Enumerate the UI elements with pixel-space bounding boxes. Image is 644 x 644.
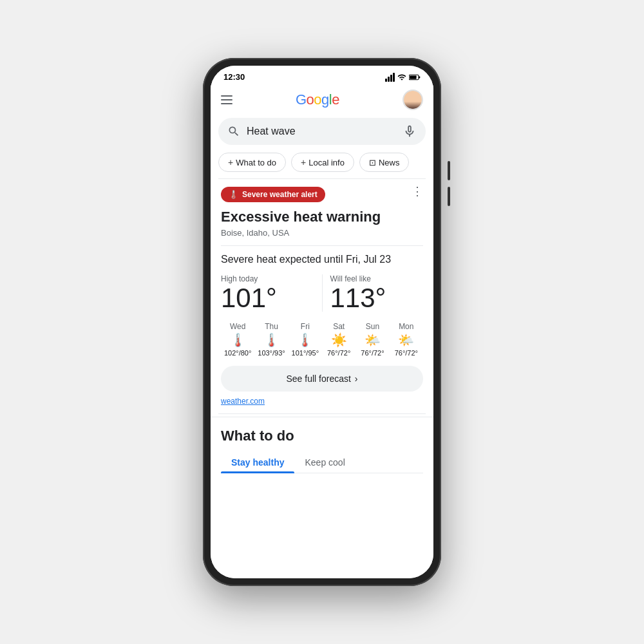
day-temps: 76°/72° bbox=[395, 349, 418, 357]
wifi-icon bbox=[397, 73, 406, 82]
svg-rect-1 bbox=[419, 76, 420, 78]
forecast-day-fri: Fri 🌡️ 101°/95° bbox=[289, 322, 322, 357]
chip-news[interactable]: ⊡ News bbox=[359, 153, 410, 172]
severe-weather-alert-badge: 🌡️ Severe weather alert bbox=[221, 187, 325, 202]
day-icon: 🌤️ bbox=[398, 334, 414, 346]
card-menu-button[interactable]: ⋮ bbox=[412, 185, 423, 197]
day-name: Fri bbox=[301, 322, 310, 331]
day-name: Thu bbox=[265, 322, 278, 331]
chip-plus-icon: + bbox=[228, 157, 233, 167]
chip-label: Local info bbox=[308, 158, 345, 167]
day-temps: 76°/72° bbox=[361, 349, 384, 357]
see-full-forecast-button[interactable]: See full forecast › bbox=[221, 366, 423, 392]
search-icon bbox=[227, 125, 240, 138]
forecast-day-sun: Sun 🌤️ 76°/72° bbox=[355, 322, 389, 357]
warning-location: Boise, Idaho, USA bbox=[221, 228, 423, 238]
filter-chips: + What to do + Local info ⊡ News bbox=[211, 150, 433, 178]
day-icon: 🌡️ bbox=[297, 334, 313, 346]
tab-keep-cool[interactable]: Keep cool bbox=[294, 452, 355, 473]
feels-like-block: Will feel like 113° bbox=[322, 274, 424, 312]
warning-title: Excessive heat warning bbox=[221, 209, 423, 225]
sub-tabs: Stay healthy Keep cool bbox=[221, 452, 423, 473]
chip-local-info[interactable]: + Local info bbox=[291, 153, 354, 172]
status-time: 12:30 bbox=[223, 72, 245, 82]
chip-what-to-do[interactable]: + What to do bbox=[218, 153, 286, 172]
tab-stay-healthy[interactable]: Stay healthy bbox=[221, 452, 294, 473]
day-temps: 101°/95° bbox=[292, 349, 319, 357]
scroll-area[interactable]: Google Heat wave + What bbox=[211, 84, 433, 578]
search-query: Heat wave bbox=[247, 126, 396, 137]
card-divider bbox=[221, 245, 423, 246]
day-name: Sat bbox=[333, 322, 345, 331]
day-icon: ☀️ bbox=[331, 334, 347, 346]
weather-card: 🌡️ Severe weather alert ⋮ Excessive heat… bbox=[211, 179, 433, 413]
day-name: Wed bbox=[230, 322, 245, 331]
google-logo: Google bbox=[296, 91, 339, 108]
what-to-do-title: What to do bbox=[221, 428, 423, 444]
signal-icon bbox=[385, 73, 395, 82]
chip-label: News bbox=[379, 158, 400, 167]
battery-icon bbox=[409, 73, 421, 81]
hamburger-menu[interactable] bbox=[221, 95, 232, 104]
thermometer-icon: 🌡️ bbox=[229, 190, 238, 199]
phone-screen: 12:30 bbox=[211, 66, 433, 578]
mic-icon[interactable] bbox=[402, 124, 417, 138]
high-today-label: High today bbox=[221, 274, 314, 283]
forecast-day-thu: Thu 🌡️ 103°/93° bbox=[254, 322, 288, 357]
day-icon: 🌡️ bbox=[263, 334, 279, 346]
volume-up-button bbox=[448, 161, 450, 180]
google-header: Google bbox=[211, 84, 433, 113]
temperature-row: High today 101° Will feel like 113° bbox=[221, 274, 423, 312]
volume-down-button bbox=[448, 187, 450, 206]
news-icon: ⊡ bbox=[369, 158, 376, 167]
heat-expected-text: Severe heat expected until Fri, Jul 23 bbox=[221, 254, 423, 265]
avatar[interactable] bbox=[402, 90, 423, 110]
high-today-block: High today 101° bbox=[221, 274, 322, 312]
chip-plus-icon: + bbox=[301, 157, 306, 167]
weather-source-link[interactable]: weather.com bbox=[221, 397, 423, 406]
svg-rect-2 bbox=[410, 75, 417, 79]
day-name: Sun bbox=[366, 322, 379, 331]
chip-label: What to do bbox=[236, 158, 276, 167]
status-icons bbox=[385, 73, 421, 82]
day-temps: 76°/72° bbox=[327, 349, 350, 357]
day-temps: 102°/80° bbox=[224, 349, 251, 357]
phone-frame: 12:30 bbox=[203, 58, 441, 586]
forecast-day-mon: Mon 🌤️ 76°/72° bbox=[390, 322, 423, 357]
high-today-value: 101° bbox=[221, 285, 314, 312]
chevron-right-icon: › bbox=[355, 374, 358, 384]
day-icon: 🌤️ bbox=[365, 334, 381, 346]
day-icon: 🌡️ bbox=[230, 334, 246, 346]
forecast-day-sat: Sat ☀️ 76°/72° bbox=[322, 322, 355, 357]
day-name: Mon bbox=[399, 322, 413, 331]
forecast-row: Wed 🌡️ 102°/80° Thu 🌡️ 103°/93° Fri 🌡️ 1… bbox=[221, 322, 423, 357]
feels-like-value: 113° bbox=[330, 285, 424, 312]
forecast-day-wed: Wed 🌡️ 102°/80° bbox=[221, 322, 254, 357]
what-to-do-section: What to do Stay healthy Keep cool bbox=[211, 417, 433, 478]
alert-badge-text: Severe weather alert bbox=[242, 190, 317, 199]
status-bar: 12:30 bbox=[211, 66, 433, 84]
section-divider bbox=[218, 413, 426, 414]
feels-like-label: Will feel like bbox=[330, 274, 424, 283]
forecast-btn-label: See full forecast bbox=[286, 374, 350, 384]
search-bar[interactable]: Heat wave bbox=[218, 118, 426, 145]
day-temps: 103°/93° bbox=[258, 349, 285, 357]
